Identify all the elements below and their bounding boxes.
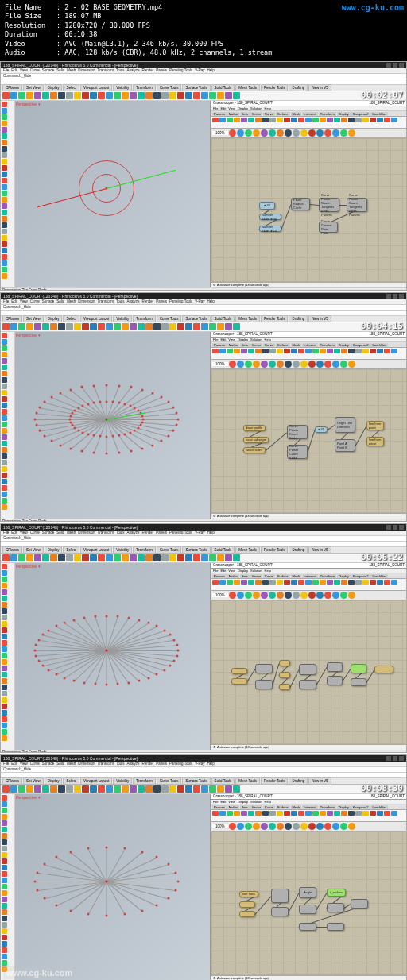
gh-component-icon[interactable]: [212, 811, 219, 816]
gh-component-icon[interactable]: [320, 580, 326, 585]
toolbar-icon[interactable]: [2, 691, 7, 696]
toolbar-icon[interactable]: [98, 92, 105, 99]
toolbar-icon[interactable]: [161, 554, 169, 561]
gh-toolbar-icon[interactable]: [293, 823, 300, 830]
toolbar-icon[interactable]: [114, 785, 121, 793]
toolbar-tab[interactable]: Select: [63, 84, 79, 91]
gh-component-tabs[interactable]: ParamsMathsSetsVectorCurveSurfaceMeshInt…: [211, 804, 406, 810]
menu-item[interactable]: File: [3, 68, 9, 72]
gh-toolbar-icon[interactable]: [340, 361, 347, 368]
toolbar-icon[interactable]: [2, 333, 7, 338]
gh-toolbar-icon[interactable]: [300, 361, 308, 368]
toolbar-icon[interactable]: [2, 634, 7, 639]
toolbar-icon[interactable]: [50, 785, 57, 793]
gh-component-icon[interactable]: [219, 580, 226, 585]
menu-item[interactable]: File: [213, 338, 218, 341]
toolbar-icon[interactable]: [225, 785, 232, 793]
menu-item[interactable]: View: [228, 569, 235, 573]
gh-toolbar-icon[interactable]: [324, 129, 331, 137]
gh-component-icon[interactable]: [212, 118, 219, 122]
gh-tab[interactable]: Sets: [240, 343, 250, 347]
gh-component-icon[interactable]: [255, 349, 262, 353]
toolbar-icon[interactable]: [2, 884, 7, 889]
toolbar-tab[interactable]: Viewport Layout: [80, 315, 112, 322]
toolbar-tab[interactable]: Set View: [23, 777, 44, 784]
menu-item[interactable]: Curve: [30, 68, 40, 72]
gh-toolbar-icon[interactable]: [348, 129, 355, 137]
menu-item[interactable]: View: [228, 800, 235, 804]
toolbar-icon[interactable]: [26, 323, 33, 330]
rhino-left-toolbar[interactable]: [1, 101, 15, 287]
menu-item[interactable]: Render: [141, 68, 153, 72]
toolbar-icon[interactable]: [233, 92, 240, 99]
gh-toolbar-icon[interactable]: [300, 823, 308, 830]
toolbar-icon[interactable]: [2, 947, 7, 953]
gh-component-icon[interactable]: [248, 811, 254, 816]
menu-item[interactable]: Solution: [250, 106, 262, 110]
gh-toolbar-icon[interactable]: [285, 129, 292, 137]
gh-tab[interactable]: Intersect: [302, 112, 317, 116]
gh-component-icon[interactable]: [284, 118, 290, 122]
gh-toolbar-icon[interactable]: [300, 129, 308, 137]
toolbar-icon[interactable]: [153, 554, 161, 561]
toolbar-icon[interactable]: [130, 92, 137, 99]
gh-tab[interactable]: Intersect: [302, 343, 317, 347]
gh-tab[interactable]: Transform: [319, 343, 336, 347]
gh-toolbar-icon[interactable]: [245, 129, 252, 137]
gh-toolbar-icon[interactable]: [229, 361, 236, 368]
gh-component-icon[interactable]: [227, 349, 233, 353]
toolbar-icon[interactable]: [2, 710, 7, 716]
toolbar-tab[interactable]: Select: [63, 777, 79, 784]
gh-tab[interactable]: Intersect: [302, 574, 317, 578]
toolbar-tab[interactable]: Transform: [133, 84, 155, 91]
gh-component-icon[interactable]: [377, 118, 383, 122]
gh-toolbar-icon[interactable]: [269, 129, 276, 137]
gh-component-icon[interactable]: [241, 118, 247, 122]
gh-node[interactable]: t_arches: [327, 889, 346, 897]
viewport-label[interactable]: Perspective ▾: [16, 564, 41, 569]
toolbar-tab[interactable]: Mesh Tools: [235, 315, 260, 322]
toolbar-icon[interactable]: [2, 371, 7, 376]
gh-component-icon[interactable]: [362, 811, 369, 816]
toolbar-tab[interactable]: Display: [45, 777, 63, 784]
gh-component-icon[interactable]: [291, 118, 297, 122]
gh-toolbar-icon[interactable]: [340, 129, 347, 137]
toolbar-icon[interactable]: [217, 785, 224, 793]
gh-tab[interactable]: Vector: [250, 112, 262, 116]
gh-component-icon[interactable]: [255, 118, 262, 122]
menu-item[interactable]: Surface: [42, 68, 55, 72]
toolbar-tab[interactable]: Render Tools: [261, 84, 288, 91]
toolbar-icon[interactable]: [106, 554, 113, 561]
menu-item[interactable]: Mesh: [67, 68, 76, 72]
toolbar-icon[interactable]: [2, 235, 7, 241]
gh-toolbar-icon[interactable]: [285, 361, 292, 368]
gh-toolbar-icon[interactable]: [237, 823, 244, 830]
gh-node[interactable]: Origin Line Direction: [335, 417, 355, 433]
gh-component-icon[interactable]: [298, 349, 304, 353]
gh-tab[interactable]: LunchBox: [370, 112, 388, 116]
toolbar-tab[interactable]: CPlanes: [2, 546, 22, 553]
toolbar-icon[interactable]: [122, 785, 129, 793]
gh-node[interactable]: [239, 901, 255, 908]
gh-component-icon[interactable]: [334, 580, 340, 585]
gh-node[interactable]: Curve Closest Point Point: [319, 222, 338, 233]
menu-item[interactable]: Curve: [30, 299, 40, 303]
gh-toolbar-icon[interactable]: [253, 129, 260, 137]
gh-component-icon[interactable]: [262, 349, 269, 353]
toolbar-icon[interactable]: [161, 785, 169, 793]
gh-component-icon[interactable]: [391, 580, 397, 585]
toolbar-icon[interactable]: [2, 377, 7, 383]
toolbar-icon[interactable]: [169, 92, 176, 99]
toolbar-icon[interactable]: [2, 172, 7, 177]
gh-component-icon[interactable]: [355, 349, 362, 353]
gh-tab[interactable]: Sets: [240, 574, 250, 578]
gh-node[interactable]: ● 40: [259, 202, 275, 210]
toolbar-icon[interactable]: [18, 785, 25, 793]
gh-component-icon[interactable]: [234, 811, 240, 816]
toolbar-icon[interactable]: [2, 808, 7, 813]
gh-tab[interactable]: Curve: [263, 574, 275, 578]
toolbar-icon[interactable]: [2, 890, 7, 896]
gh-node[interactable]: [231, 678, 247, 685]
rhino-toolbar[interactable]: [1, 554, 406, 563]
rhino-toolbar[interactable]: [1, 91, 406, 101]
